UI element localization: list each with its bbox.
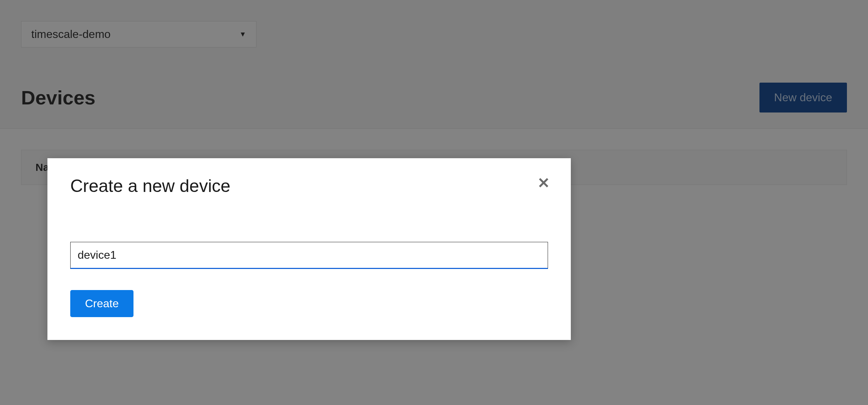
modal-title: Create a new device [70,176,548,196]
create-button[interactable]: Create [70,290,133,317]
create-device-modal: Create a new device ✕ Create [47,158,571,340]
modal-overlay[interactable]: Create a new device ✕ Create [0,0,868,405]
close-icon[interactable]: ✕ [537,176,550,191]
device-name-input[interactable] [70,242,548,269]
